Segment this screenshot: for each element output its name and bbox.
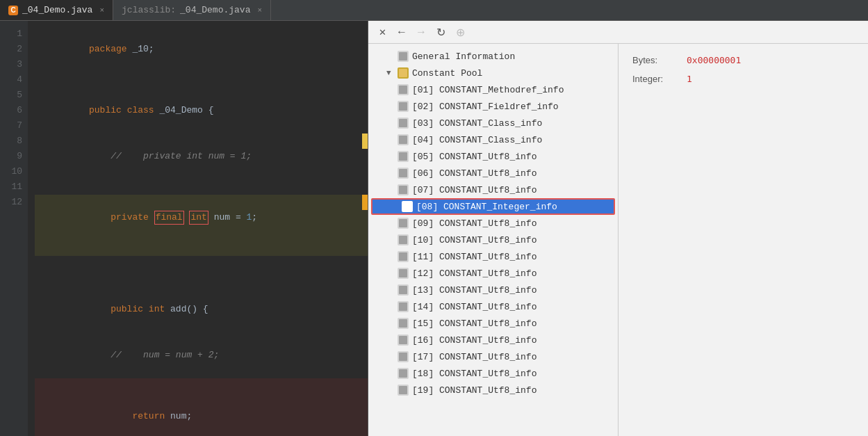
globe-button[interactable]: ⊕ (452, 24, 468, 40)
forward-button[interactable]: → (413, 24, 429, 40)
arrow-cp: ▼ (386, 69, 398, 77)
info-panel: Bytes: 0x00000001 Integer: 1 (619, 44, 868, 436)
tree-item-cp-11[interactable]: [11] CONSTANT_Utf8_info (368, 248, 618, 265)
kw-private-5: private (110, 212, 149, 223)
tree-item-cp-04[interactable]: [04] CONSTANT_Class_info (368, 131, 618, 148)
kw-final-5: final (154, 211, 184, 225)
file-icon-cp02 (398, 101, 409, 112)
label-cp14: [14] CONSTANT_Utf8_info (412, 302, 537, 312)
label-cp12: [12] CONSTANT_Utf8_info (412, 268, 537, 279)
label-cp15: [15] CONSTANT_Utf8_info (412, 318, 537, 329)
close-button[interactable]: ✕ (374, 24, 391, 40)
kw-package: package (89, 44, 127, 54)
kw-return: return (132, 411, 165, 421)
label-general: General Information (412, 51, 515, 62)
file-icon-cp04 (398, 134, 409, 145)
file-icon-cp17 (398, 351, 409, 362)
file-icon-cp14 (398, 301, 409, 312)
info-row-integer: Integer: 1 (632, 74, 854, 84)
tab-left-close[interactable]: × (99, 6, 104, 15)
tree-item-cp-15[interactable]: [15] CONSTANT_Utf8_info (368, 315, 618, 332)
bytes-value: 0x00000001 (687, 55, 741, 65)
tree-item-cp-18[interactable]: [18] CONSTANT_Utf8_info (368, 365, 618, 382)
file-icon-cp12 (398, 268, 409, 279)
arrow-general (386, 52, 398, 60)
code-line-9: return num; (35, 378, 368, 436)
num-val-5: 1 (247, 212, 252, 223)
file-icon-cp07 (398, 184, 409, 195)
line-num-6: 6 (0, 103, 28, 118)
line-numbers: 1 2 3 4 5 6 7 8 9 10 11 12 (0, 21, 28, 436)
jclasslib-toolbar: ✕ ← → ↻ ⊕ (368, 21, 868, 44)
tree-item-cp-14[interactable]: [14] CONSTANT_Utf8_info (368, 298, 618, 315)
tree-item-cp-07[interactable]: [07] CONSTANT_Utf8_info (368, 181, 618, 198)
tree-item-cp-09[interactable]: [09] CONSTANT_Utf8_info (368, 215, 618, 232)
tree-item-cp-01[interactable]: [01] CONSTANT_Methodref_info (368, 81, 618, 98)
comment-line4: // private int num = 1; (89, 151, 252, 161)
tree-item-general[interactable]: General Information (368, 48, 618, 65)
tree-item-cp-06[interactable]: [06] CONSTANT_Utf8_info (368, 165, 618, 181)
tab-right-jclasslib[interactable]: jclasslib: _04_Demo.java × (113, 0, 271, 20)
line-num-12: 12 (0, 195, 28, 210)
line-num-9: 9 (0, 149, 28, 164)
tab-right-close[interactable]: × (257, 6, 262, 15)
file-icon-cp15 (398, 318, 409, 329)
label-cp19: [19] CONSTANT_Utf8_info (412, 385, 537, 396)
integer-label: Integer: (632, 74, 681, 84)
code-line-8: // num = num + 2; (35, 332, 368, 378)
jclasslib-main: General Information ▼ Constant Pool [01]… (368, 44, 868, 436)
label-cp05: [05] CONSTANT_Utf8_info (412, 152, 537, 162)
tree-item-cp-17[interactable]: [17] CONSTANT_Utf8_info (368, 348, 618, 365)
bytes-label: Bytes: (632, 55, 681, 65)
label-cp13: [13] CONSTANT_Utf8_info (412, 285, 537, 296)
tree-item-cp-19[interactable]: [19] CONSTANT_Utf8_info (368, 382, 618, 398)
line-num-3: 3 (0, 57, 28, 72)
tree-item-cp-03[interactable]: [03] CONSTANT_Class_info (368, 115, 618, 131)
code-lines: package _10; public class _04_Demo { // … (28, 21, 368, 436)
file-icon-cp03 (398, 118, 409, 129)
code-panel: 1 2 3 4 5 6 7 8 9 10 11 12 package _10; (0, 21, 368, 436)
label-cp10: [10] CONSTANT_Utf8_info (412, 235, 537, 245)
file-icon-cp05 (398, 151, 409, 162)
code-line-1: package _10; (35, 26, 368, 72)
code-line-7: ▽ public int add() { (35, 271, 368, 332)
label-cp16: [16] CONSTANT_Utf8_info (412, 335, 537, 346)
file-icon-cp08 (402, 201, 413, 212)
label-cp08: [08] CONSTANT_Integer_info (416, 202, 557, 212)
line-num-8: 8 (0, 134, 28, 149)
file-icon-cp13 (398, 284, 409, 296)
tree-item-cp-10[interactable]: [10] CONSTANT_Utf8_info (368, 232, 618, 248)
bookmark-4 (362, 134, 368, 149)
label-cp07: [07] CONSTANT_Utf8_info (412, 185, 537, 195)
file-icon-cp10 (398, 234, 409, 245)
refresh-button[interactable]: ↻ (432, 24, 449, 40)
tree-item-cp-02[interactable]: [02] CONSTANT_Fieldref_info (368, 98, 618, 115)
tree-item-cp-16[interactable]: [16] CONSTANT_Utf8_info (368, 332, 618, 348)
kw-public-7: public (110, 304, 143, 314)
kw-int-7: int (149, 304, 165, 314)
jclasslib-panel: ✕ ← → ↻ ⊕ General Information ▼ (368, 21, 868, 436)
tree-item-cp-12[interactable]: [12] CONSTANT_Utf8_info (368, 265, 618, 282)
file-icon-cp19 (398, 385, 409, 396)
label-cp11: [11] CONSTANT_Utf8_info (412, 252, 537, 262)
line-num-2: 2 (0, 42, 28, 57)
back-button[interactable]: ← (393, 24, 410, 40)
tab-left-java[interactable]: C _04_Demo.java × (0, 0, 113, 20)
tree-item-cp-05[interactable]: [05] CONSTANT_Utf8_info (368, 148, 618, 165)
tree-item-constant-pool[interactable]: ▼ Constant Pool (368, 65, 618, 81)
label-cp09: [09] CONSTANT_Utf8_info (412, 218, 537, 229)
info-row-bytes: Bytes: 0x00000001 (632, 55, 854, 65)
tree-item-cp-08[interactable]: [08] CONSTANT_Integer_info (371, 198, 615, 215)
java-file-icon: C (8, 6, 18, 15)
label-cp04: [04] CONSTANT_Class_info (412, 135, 542, 145)
kw-int-5: int (189, 211, 208, 225)
bookmark-5 (362, 195, 368, 210)
file-icon-cp11 (398, 251, 409, 262)
tree-panel: General Information ▼ Constant Pool [01]… (368, 44, 619, 436)
code-line-6 (35, 256, 368, 271)
tree-item-cp-13[interactable]: [13] CONSTANT_Utf8_info (368, 282, 618, 298)
line-num-5: 5 (0, 88, 28, 103)
line-num-7: 7 (0, 118, 28, 134)
line-num-4: 4 (0, 72, 28, 88)
integer-value: 1 (687, 74, 692, 84)
